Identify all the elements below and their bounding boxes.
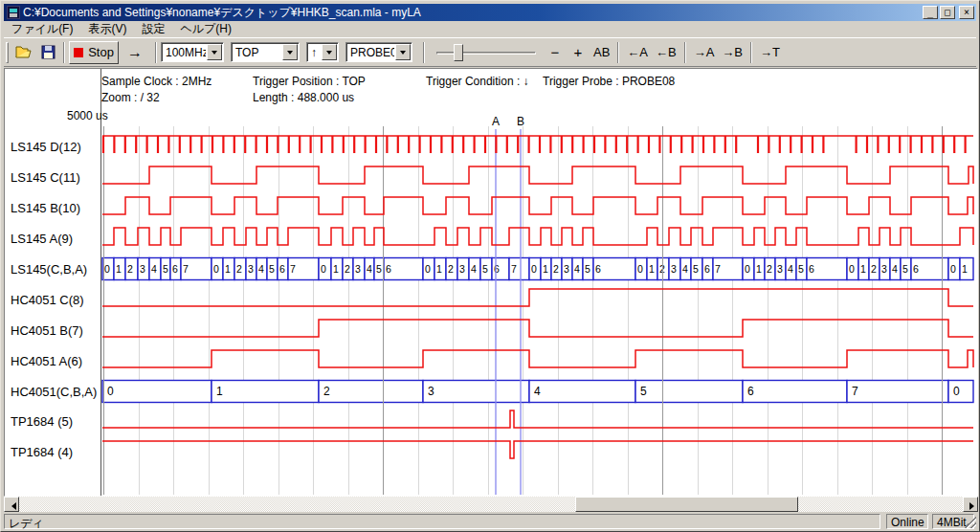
trigger-edge-combo[interactable]: ↑ [306,42,339,62]
goto-trigger-button[interactable]: →T [756,41,784,64]
info-trigger-condition: Trigger Condition : ↓ [426,75,529,88]
info-trigger-probe: Trigger Probe : PROBE08 [543,75,675,88]
toolbar-separator [750,42,752,63]
toolbar-separator [423,42,425,63]
run-button[interactable]: → [119,41,151,64]
toolbar-separator [617,42,619,63]
scroll-left-arrow-icon[interactable] [4,497,19,512]
ab-span-button[interactable]: AB [590,41,613,64]
stop-button[interactable]: Stop [69,41,119,64]
open-file-button[interactable] [11,41,36,64]
info-sample-clock: Sample Clock : 2MHz [101,75,212,88]
app-icon [7,6,20,19]
cursor-a-label[interactable]: A [486,115,505,128]
menu-help[interactable]: ヘルプ(H) [172,20,239,38]
channel-label-ls145-a: LS145 A(9) [11,232,73,246]
stop-label: Stop [88,45,114,59]
minimize-button[interactable]: _ [923,6,938,19]
toolbar-separator [155,42,157,63]
chevron-down-icon[interactable] [395,44,411,60]
toolbar-separator [63,42,65,63]
toolbar-grip [6,42,9,63]
status-ready: レディ [4,514,880,529]
channel-label-hc4051-bus: HC4051(C,B,A) [11,385,97,399]
maximize-button[interactable]: □ [940,6,955,19]
resize-grip-icon[interactable] [964,516,976,528]
run-arrow-icon: → [127,44,143,61]
chevron-down-icon[interactable] [282,44,298,60]
chevron-down-icon[interactable] [207,44,222,60]
open-folder-icon [15,45,33,59]
channel-label-ls145-bus: LS145(C,B,A) [11,262,87,277]
toolbar: Stop → 100MHz TOP ↑ PROBE00 − + AB [4,37,976,67]
app-window: C:¥Documents and Settings¥noname¥デスクトップ¥… [0,0,980,532]
info-trigger-position: Trigger Position : TOP [253,75,366,88]
menu-file[interactable]: ファイル(F) [4,20,80,38]
status-online: Online [886,514,928,529]
channel-label-hc4051-b: HC4051 B(7) [11,323,83,338]
set-cursor-a-button[interactable]: →A [690,41,719,64]
channel-label-ls145-c: LS145 C(11) [11,170,80,185]
zoom-slider-thumb[interactable] [454,44,463,61]
save-file-button[interactable] [36,41,59,64]
channel-label-tp1684-4: TP1684 (4) [11,445,73,459]
zoom-in-button[interactable]: + [567,41,590,64]
zoom-out-button[interactable]: − [544,41,567,64]
channel-label-hc4051-a: HC4051 A(6) [11,354,82,368]
trigger-position-combo[interactable]: TOP [231,42,300,62]
scrollbar-thumb[interactable] [575,497,798,512]
goto-cursor-a-button[interactable]: ←A [623,41,652,64]
grid-time-label: 5000 us [67,109,108,122]
cursor-b-label[interactable]: B [511,115,530,128]
channel-label-ls145-b: LS145 B(10) [11,201,80,215]
zoom-slider-track [436,52,536,55]
horizontal-scrollbar[interactable] [4,497,978,512]
toolbar-separator [684,42,686,63]
chevron-down-icon[interactable] [322,44,337,60]
zoom-slider[interactable] [436,42,536,63]
probe-value: PROBE00 [346,46,394,59]
waveform-panel[interactable] [4,68,978,497]
window-title: C:¥Documents and Settings¥noname¥デスクトップ¥… [23,5,923,21]
scroll-right-arrow-icon[interactable] [963,497,978,512]
menu-settings[interactable]: 設定 [134,20,172,38]
menu-view[interactable]: 表示(V) [80,20,134,38]
trigger-position-value: TOP [232,46,281,59]
stop-icon [74,48,83,57]
sample-rate-combo[interactable]: 100MHz [161,42,224,62]
channel-label-tp1684-5: TP1684 (5) [11,414,73,429]
sample-rate-value: 100MHz [162,46,206,59]
save-floppy-icon [41,45,56,59]
info-length: Length : 488.000 us [253,91,354,104]
set-cursor-b-button[interactable]: →B [718,41,746,64]
menu-bar: ファイル(F) 表示(V) 設定 ヘルプ(H) [4,21,976,37]
info-zoom: Zoom : / 32 [101,91,160,104]
probe-combo[interactable]: PROBE00 [345,42,412,62]
close-button[interactable]: × [959,6,974,19]
status-bar: レディ Online 4MBit [4,514,976,530]
trigger-edge-value: ↑ [307,46,321,59]
channel-label-ls145-d: LS145 D(12) [11,140,81,154]
channel-label-hc4051-c: HC4051 C(8) [11,293,84,307]
goto-cursor-b-button[interactable]: ←B [652,41,680,64]
title-bar[interactable]: C:¥Documents and Settings¥noname¥デスクトップ¥… [4,4,976,21]
